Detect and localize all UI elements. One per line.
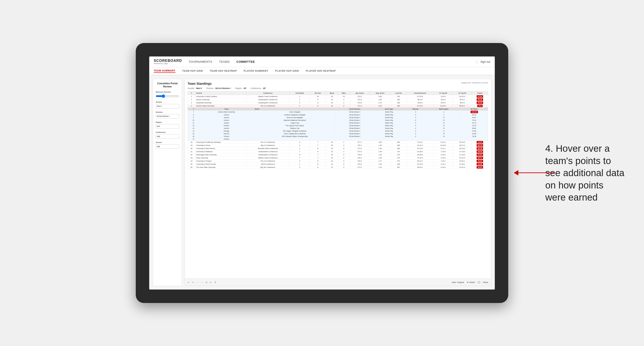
tab-team-h2h-grid[interactable]: TEAM H2H GRID <box>182 69 203 73</box>
tooltip-data-row: 10UniversNational Invitational Tournamen… <box>188 119 488 122</box>
table-row[interactable]: 22 Mississippi State University Southeas… <box>188 153 488 157</box>
col-vs-top25: Vs Top 25 <box>434 91 452 95</box>
tab-team-h2h-heatmap[interactable]: TEAM H2H HEATMAP <box>210 69 237 73</box>
col-no-tour: No Tour <box>310 91 326 95</box>
redo-btn[interactable]: ↪ <box>192 281 194 284</box>
table-row[interactable]: 25 University of North Florida ASUN Conf… <box>188 163 488 166</box>
filter-division: Division: NCAA Division I <box>206 87 231 89</box>
table-row[interactable]: 2 Auburn University Southeastern Confere… <box>188 98 488 101</box>
tooltip-data-row: 12Florida IThe Cypress Point ClassicNCAA… <box>188 124 488 127</box>
header-row: # School Conference Conf Rank No Tour Bn… <box>188 91 488 95</box>
bottom-toolbar: ↩ ↪ ← → ⎘ ✏ ⏱ View: Original 👁 Watch <box>185 279 491 286</box>
view-label: View: Original <box>452 281 464 284</box>
filter-gender: Gender: Men's <box>188 87 202 89</box>
region-select[interactable]: N/A <box>156 124 179 129</box>
table-row[interactable]: 3 Vanderbilt University Southeastern Con… <box>188 101 488 104</box>
filter-conference: Conference: All <box>250 87 266 89</box>
table-row[interactable]: 21 University of Alabama Southeastern Co… <box>188 150 488 153</box>
tooltip-data-row: 16Univers2023 Sahalee Players Championsh… <box>188 135 488 138</box>
annotation-text: 4. Hover over a team's points to see add… <box>545 143 626 204</box>
table-row[interactable]: 24 University of Oregon Pac-12 Conferenc… <box>188 160 488 163</box>
table-row[interactable]: 18 University of California, Berkeley Pa… <box>188 141 488 144</box>
filter-region: Region: All <box>235 87 246 89</box>
undo-btn[interactable]: ↩ <box>188 281 190 284</box>
annotation-arrow <box>512 166 556 179</box>
timer-btn[interactable]: ⏱ <box>214 281 216 284</box>
sidebar-section-school: School (All) <box>156 141 179 149</box>
tooltip-data-row: 13UniversWilliams CupNCAA Division IStro… <box>188 127 488 130</box>
col-overall: Overall Record <box>406 91 434 95</box>
table-row[interactable]: 26 The Ohio State University Big Ten Con… <box>188 166 488 169</box>
col-vs-top50: Vs Top 50 <box>452 91 472 95</box>
sidebar: Committee Portal Review Minimum Rounds G… <box>153 79 182 286</box>
comment-btn[interactable]: 💬 <box>478 281 480 284</box>
back-btn[interactable]: ← <box>196 281 198 284</box>
watch-btn[interactable]: 👁 Watch <box>467 281 475 284</box>
svg-marker-0 <box>514 170 518 175</box>
sidebar-section-division: Division NCAA Division I <box>156 111 179 119</box>
table-row[interactable]: 1 University of North Carolina Atlantic … <box>188 95 488 98</box>
tooltip-data-row: 17Univers <box>188 138 488 141</box>
table-row[interactable]: 4 Arizona State University Pac-12 Confer… <box>188 104 488 108</box>
tab-player-h2h-heatmap[interactable]: PLAYER H2H HEATMAP <box>306 69 336 73</box>
copy-btn[interactable]: ⎘ <box>206 281 207 284</box>
top-nav: SCOREBOARD Powered by clippi TOURNAMENTS… <box>149 56 495 67</box>
sidebar-section-gender: Gender Men's <box>156 101 179 108</box>
sidebar-title: Committee Portal Review <box>156 82 179 88</box>
tab-player-summary[interactable]: PLAYER SUMMARY <box>244 69 268 73</box>
col-adj-score: Adj. Score <box>350 91 370 95</box>
col-conference: Conference <box>246 91 290 95</box>
col-points: Points <box>472 91 488 95</box>
forward-btn[interactable]: → <box>201 281 203 284</box>
table-row[interactable]: 20 University of New Mexico Mountain Wes… <box>188 147 488 150</box>
school-select[interactable]: (All) <box>156 144 179 149</box>
right-panel: Team Standings Update time: 13/03/2024 1… <box>185 79 491 286</box>
table-body: 1 University of North Carolina Atlantic … <box>188 95 488 169</box>
division-select[interactable]: NCAA Division I <box>156 114 179 119</box>
sub-nav: TEAM SUMMARY TEAM H2H GRID TEAM H2H HEAT… <box>149 67 495 75</box>
panel-title: Team Standings <box>188 82 212 85</box>
col-low-sg: Low SG <box>390 91 406 95</box>
table-header: # School Conference Conf Rank No Tour Bn… <box>188 91 488 95</box>
tooltip-header-row: # Team Event Event Division Event Type R… <box>188 108 488 141</box>
table-row[interactable]: 23 Duke University Atlantic Coast Confer… <box>188 157 488 160</box>
tooltip-data-row: 7Arizona State UniversityCabo Collegiate… <box>188 111 488 114</box>
col-avg-score: Avg. Score <box>370 91 390 95</box>
share-btn[interactable]: Share <box>483 281 488 284</box>
logo-area: SCOREBOARD Powered by clippi <box>154 59 182 65</box>
col-bnds: Bnds <box>326 91 338 95</box>
tab-team-summary[interactable]: TEAM SUMMARY <box>154 69 176 73</box>
panel-header: Team Standings Update time: 13/03/2024 1… <box>188 82 488 85</box>
col-num: # <box>188 91 196 95</box>
logo-sub: Powered by clippi <box>154 62 168 65</box>
nav-teams[interactable]: TEAMS <box>219 60 230 63</box>
sign-out-link[interactable]: Sign out <box>480 60 490 63</box>
tooltip-data-row: 14GeorgiaBen Hogan Collegiate Invitation… <box>188 130 488 133</box>
tooltip-data-row: 15East TeiOFCC Fighting Illini Invitatio… <box>188 133 488 135</box>
table-wrapper: # School Conference Conf Rank No Tour Bn… <box>188 91 488 169</box>
tooltip-data-row: 11UniversCopper CupNCAA Division IMatch … <box>188 122 488 124</box>
tablet-screen: SCOREBOARD Powered by clippi TOURNAMENTS… <box>149 56 495 290</box>
col-wins: Wins <box>338 91 350 95</box>
nav-tournaments[interactable]: TOURNAMENTS <box>189 60 212 63</box>
nav-committee[interactable]: COMMITTEE <box>236 60 255 63</box>
draw-btn[interactable]: ✏ <box>210 281 212 284</box>
nav-links: TOURNAMENTS TEAMS COMMITTEE <box>189 60 476 63</box>
min-rounds-slider[interactable] <box>156 94 179 98</box>
col-school: School <box>195 91 246 95</box>
main-content: Committee Portal Review Minimum Rounds G… <box>149 75 495 290</box>
logo-text: SCOREBOARD <box>154 59 182 62</box>
tooltip-table: # Team Event Event Division Event Type R… <box>188 108 488 141</box>
conference-select[interactable]: (All) <box>156 134 179 139</box>
tooltip-data-row: 8UniversSouthern Highlands CollegiateNCA… <box>188 114 488 116</box>
sidebar-section-conference: Conference (All) <box>156 131 179 139</box>
gender-select[interactable]: Men's <box>156 104 179 108</box>
view-btn[interactable]: View: Original <box>452 281 464 284</box>
tooltip-table-header: # Team Event Event Division Event Type R… <box>188 108 488 111</box>
table-row[interactable]: 19 University of Texas Big 12 Conference… <box>188 144 488 147</box>
sidebar-section-min-rounds: Minimum Rounds <box>156 91 179 98</box>
sign-out-area: | Sign out <box>476 60 490 63</box>
tab-player-h2h-grid[interactable]: PLAYER H2H GRID <box>275 69 299 73</box>
standings-table: # School Conference Conf Rank No Tour Bn… <box>188 91 488 169</box>
col-conf-rank: Conf Rank <box>290 91 310 95</box>
